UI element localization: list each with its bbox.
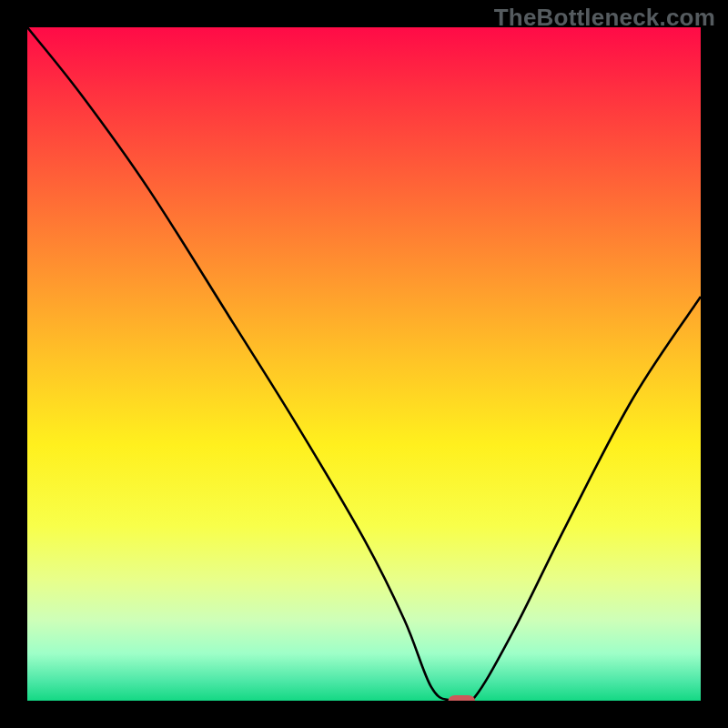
chart-frame: TheBottleneck.com (0, 0, 728, 728)
plot-svg (27, 27, 701, 701)
optimal-marker (449, 695, 476, 701)
watermark-text: TheBottleneck.com (494, 4, 715, 32)
gradient-background (27, 27, 701, 701)
plot-area (27, 27, 701, 701)
